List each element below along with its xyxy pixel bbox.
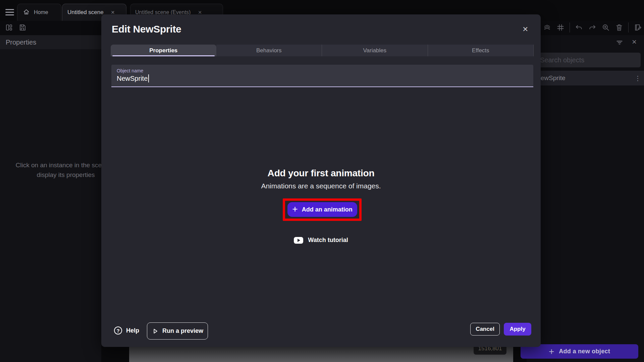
field-value: NewSprite [117, 75, 148, 82]
undo-icon[interactable] [575, 23, 583, 32]
run-preview-button[interactable]: Run a preview [147, 322, 208, 340]
edit-object-dialog: Edit NewSprite × Properties Behaviors Va… [101, 14, 541, 347]
apply-button[interactable]: Apply [504, 323, 531, 336]
tab-home[interactable]: Home [17, 4, 61, 21]
field-label: Object name [117, 68, 533, 73]
kebab-menu-icon[interactable]: ⋮ [635, 74, 641, 82]
objects-panel: × NewSprite ⋮ [527, 35, 644, 362]
plus-icon: + [292, 204, 298, 214]
scene-canvas[interactable] [129, 347, 513, 362]
app-window: Home Untitled scene × Untitled scene (Ev… [0, 0, 644, 362]
help-icon: ? [114, 326, 122, 335]
close-icon[interactable]: × [630, 37, 639, 47]
help-button[interactable]: ? Help [114, 325, 139, 336]
active-tab-underline [112, 55, 215, 56]
trash-icon[interactable] [615, 23, 624, 32]
plus-icon: + [549, 347, 554, 356]
cancel-button[interactable]: Cancel [470, 323, 500, 336]
empty-state-title: Add your first animation [101, 168, 541, 179]
toolbar-divider [570, 22, 570, 33]
close-icon[interactable]: × [520, 23, 531, 35]
toolbar-divider [628, 22, 629, 33]
layers-icon[interactable] [543, 23, 551, 32]
tab-variables[interactable]: Variables [322, 45, 428, 56]
panel-title: Properties [0, 35, 101, 49]
properties-panel: Properties [0, 35, 101, 362]
save-icon[interactable] [18, 23, 27, 32]
tab-behaviors[interactable]: Behaviors [216, 45, 322, 56]
tab-effects[interactable]: Effects [428, 45, 534, 56]
menu-icon[interactable] [5, 9, 14, 16]
grid-icon[interactable] [556, 23, 565, 32]
dialog-tabs: Properties Behaviors Variables Effects [111, 45, 534, 56]
filter-icon[interactable] [615, 38, 624, 47]
add-animation-button[interactable]: + Add an animation [287, 202, 357, 217]
search-objects-input[interactable] [536, 53, 641, 67]
object-list-item[interactable]: NewSprite ⋮ [527, 71, 644, 85]
toggle-panels-icon[interactable] [5, 23, 13, 32]
home-icon [23, 8, 30, 17]
empty-state-subtitle: Animations are a sequence of images. [101, 182, 541, 190]
redo-icon[interactable] [588, 23, 597, 32]
tab-label: Untitled scene [67, 9, 104, 16]
zoom-in-icon[interactable] [601, 23, 610, 32]
tab-properties[interactable]: Properties [111, 45, 216, 56]
play-icon [152, 327, 159, 335]
youtube-icon [294, 237, 303, 244]
edit-scene-icon[interactable] [633, 23, 642, 32]
tab-label: Home [34, 9, 48, 15]
object-name-input[interactable]: Object name NewSprite [111, 65, 533, 87]
text-caret [148, 74, 149, 82]
dialog-title: Edit NewSprite [112, 23, 181, 35]
watch-tutorial-link[interactable]: Watch tutorial [101, 237, 541, 244]
